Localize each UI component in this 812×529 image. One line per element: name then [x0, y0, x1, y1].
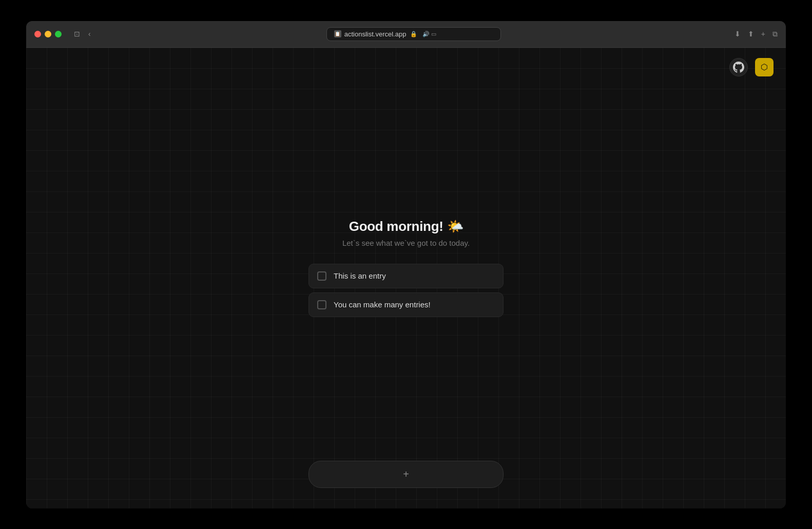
address-bar-inner[interactable]: 📋 actionslist.vercel.app 🔒 🔊 ▭ [326, 27, 501, 41]
entry-checkbox-2[interactable] [317, 300, 326, 309]
entry-item-2[interactable]: You can make many entries! [308, 292, 504, 317]
entry-text-1: This is an entry [334, 271, 386, 280]
greeting-subtitle: Let`s see what we`ve got to do today. [342, 239, 470, 247]
app-content: ⬡ Good morning! 🌤️ Let`s see what we`ve … [26, 48, 786, 508]
entry-checkbox-1[interactable] [317, 271, 326, 281]
traffic-lights [34, 31, 62, 37]
media-icons: 🔊 ▭ [422, 31, 436, 37]
maximize-button[interactable] [55, 31, 62, 37]
entry-item[interactable]: This is an entry [308, 264, 504, 288]
new-tab-button[interactable]: + [761, 30, 765, 38]
entries-list: This is an entry You can make many entri… [308, 264, 504, 317]
entry-text-2: You can make many entries! [334, 300, 431, 309]
share-button[interactable]: ⬆ [748, 30, 754, 38]
download-button[interactable]: ⬇ [734, 30, 741, 38]
browser-controls: ⊡ ‹ [72, 28, 93, 40]
url-text: actionslist.vercel.app [344, 30, 407, 38]
lock-icon: 🔒 [410, 31, 417, 37]
greeting-section: Good morning! 🌤️ Let`s see what we`ve go… [342, 219, 470, 247]
add-button-container: + [308, 461, 504, 488]
back-button[interactable]: ‹ [86, 28, 93, 40]
address-bar: 📋 actionslist.vercel.app 🔒 🔊 ▭ [99, 27, 728, 41]
sidebar-toggle-button[interactable]: ⊡ [72, 28, 82, 40]
tabs-button[interactable]: ⧉ [772, 30, 778, 38]
greeting-title: Good morning! 🌤️ [342, 219, 470, 234]
browser-window: ⊡ ‹ 📋 actionslist.vercel.app 🔒 🔊 ▭ ⬇ ⬆ +… [26, 21, 786, 508]
minimize-button[interactable] [45, 31, 51, 37]
browser-chrome: ⊡ ‹ 📋 actionslist.vercel.app 🔒 🔊 ▭ ⬇ ⬆ +… [26, 21, 786, 48]
add-entry-button[interactable]: + [308, 461, 504, 488]
main-area: Good morning! 🌤️ Let`s see what we`ve go… [26, 48, 786, 508]
browser-actions: ⬇ ⬆ + ⧉ [734, 30, 778, 38]
close-button[interactable] [34, 31, 41, 37]
favicon-icon: 📋 [334, 30, 341, 37]
